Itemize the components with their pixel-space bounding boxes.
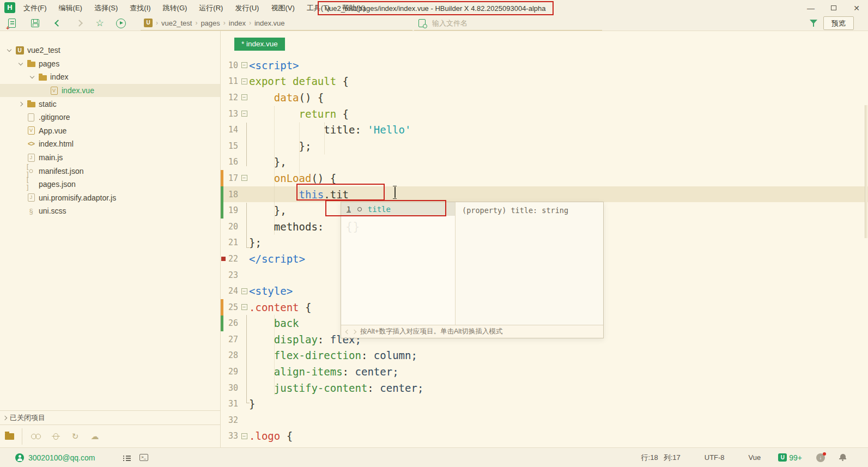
menu-item-7[interactable]: 视图(V) (265, 0, 300, 16)
menu-item-4[interactable]: 跳转(G) (157, 0, 193, 16)
code-editor[interactable]: * index.vue 10–<script>11–export default… (221, 31, 868, 447)
breadcrumb-item-index[interactable]: index (227, 19, 248, 27)
search-input[interactable] (431, 19, 567, 28)
code-text: align-items: center; (249, 366, 399, 378)
language-indicator[interactable]: Vue (749, 453, 761, 462)
line-number: 17 (221, 173, 239, 183)
menu-item-6[interactable]: 发行(U) (229, 0, 265, 16)
code-line-16[interactable]: 16 }, (221, 154, 868, 171)
fold-toggle-icon[interactable]: – (239, 175, 249, 181)
menu-item-0[interactable]: 文件(F) (17, 0, 53, 16)
breadcrumb-item-index.vue[interactable]: index.vue (252, 19, 287, 27)
fold-toggle-icon[interactable]: – (239, 62, 249, 68)
menu-item-1[interactable]: 编辑(E) (53, 0, 88, 16)
forward-button[interactable] (71, 16, 87, 31)
code-line-32[interactable]: 32 (221, 412, 868, 428)
explorer-tab-button[interactable] (3, 430, 15, 443)
save-icon (31, 19, 39, 27)
project-explorer: Uvue2_testpagesindexVindex.vuestatic.git… (0, 31, 221, 447)
forward-icon (76, 20, 83, 27)
code-line-10[interactable]: 10–<script> (221, 57, 868, 74)
tree-item-manifest.json[interactable]: [ ]manifest.json (0, 164, 220, 178)
editor-scrollbar[interactable] (865, 105, 867, 238)
minimize-button[interactable]: — (799, 0, 822, 16)
tree-item-App.vue[interactable]: VApp.vue (0, 124, 220, 138)
tree-item-uni.scss[interactable]: §uni.scss (0, 204, 220, 218)
closed-projects-row[interactable]: 已关闭项目 (0, 410, 220, 424)
code-line-13[interactable]: 13– return { (221, 106, 868, 122)
account-email[interactable]: 30020100@qq.com (28, 453, 95, 462)
fold-toggle-icon[interactable]: – (239, 111, 249, 117)
code-line-15[interactable]: 15 }; (221, 138, 868, 154)
run-button[interactable] (113, 16, 129, 31)
tree-item-main.js[interactable]: Jmain.js (0, 151, 220, 165)
close-button[interactable]: ✕ (845, 0, 868, 16)
terminal-icon[interactable] (139, 454, 148, 461)
tree-item-index[interactable]: index (0, 70, 220, 84)
preview-button[interactable]: 预览 (823, 16, 854, 30)
update-available-icon[interactable]: ↓ (816, 453, 825, 462)
line-number: 18 (221, 190, 239, 199)
fold-toggle-icon[interactable]: – (239, 94, 249, 100)
code-text: <style> (249, 285, 293, 297)
notification-bell-icon[interactable] (839, 454, 846, 461)
tree-item-label: pages (39, 59, 59, 68)
jsonb-icon: [ ] (26, 177, 37, 192)
menu-item-2[interactable]: 选择(S) (88, 0, 124, 16)
task-list-icon[interactable] (123, 454, 131, 461)
new-file-button[interactable] (4, 16, 20, 31)
fold-toggle-icon[interactable]: – (239, 78, 249, 84)
cursor-row-indicator[interactable]: 行:18 (641, 453, 658, 463)
tree-item-label: uni.promisify.adaptor.js (39, 193, 116, 202)
code-line-11[interactable]: 11–export default { (221, 74, 868, 90)
tree-item-label: vue2_test (27, 46, 60, 54)
menu-item-3[interactable]: 查找(I) (124, 0, 156, 16)
restore-button[interactable] (822, 0, 845, 16)
prev-item-icon[interactable] (345, 329, 350, 333)
fold-toggle-icon[interactable]: – (239, 288, 249, 294)
encoding-indicator[interactable]: UTF-8 (705, 453, 725, 462)
code-line-30[interactable]: 30 justify-content: center; (221, 380, 868, 396)
cursor-col-indicator[interactable]: 列:17 (664, 453, 681, 463)
breadcrumb-item-vue2_test[interactable]: vue2_test (159, 19, 194, 27)
tab-index-vue[interactable]: * index.vue (234, 38, 285, 51)
tree-item-uni.promisify.adaptor.js[interactable]: Juni.promisify.adaptor.js (0, 191, 220, 205)
cloud-panel-button[interactable]: ☁ (89, 430, 101, 443)
code-line-28[interactable]: 28 flex-direction: column; (221, 348, 868, 364)
tree-item-label: uni.scss (39, 207, 66, 215)
title-bar: H 文件(F)编辑(E)选择(S)查找(I)跳转(G)运行(R)发行(U)视图(… (0, 0, 868, 16)
code-line-29[interactable]: 29 align-items: center; (221, 363, 868, 380)
jsong-icon: [ ] (26, 163, 37, 179)
menu-item-5[interactable]: 运行(R) (193, 0, 229, 16)
code-text: methods: (249, 221, 330, 233)
code-line-14[interactable]: 14 title: 'Hello' (221, 122, 868, 138)
tree-item-index.html[interactable]: <>index.html (0, 137, 220, 151)
back-button[interactable] (50, 16, 65, 31)
fold-toggle-icon[interactable]: – (239, 304, 249, 310)
sync-panel-button[interactable]: ↻ (69, 430, 81, 443)
tree-item-label: pages.json (39, 180, 76, 189)
breadcrumb-item-pages[interactable]: pages (198, 19, 222, 27)
code-line-12[interactable]: 12– data() { (221, 89, 868, 106)
code-line-33[interactable]: 33–.logo { (221, 428, 868, 445)
tree-item-pages.json[interactable]: [ ]pages.json (0, 178, 220, 191)
tree-item-pages[interactable]: pages (0, 57, 220, 71)
code-text: }; (249, 236, 262, 248)
next-item-icon[interactable] (352, 329, 356, 333)
html-icon: <> (26, 140, 37, 148)
debug-panel-button[interactable] (50, 430, 62, 443)
tree-item-.gitignore[interactable]: .gitignore (0, 111, 220, 124)
tree-item-vue2_test[interactable]: Uvue2_test (0, 44, 220, 57)
autocomplete-popup: 1 title {} (property) title: string 按Alt… (341, 202, 604, 338)
annotation-box-this-tit (296, 184, 385, 201)
filter-icon[interactable] (810, 20, 817, 27)
message-badge[interactable]: U 99+ (778, 453, 802, 462)
tree-item-index.vue[interactable]: Vindex.vue (0, 84, 220, 98)
autocomplete-footer: 按Alt+数字插入对应项目。单击Alt切换插入模式 (341, 325, 603, 338)
search-panel-button[interactable] (30, 430, 42, 443)
fold-toggle-icon[interactable]: – (239, 433, 249, 439)
tree-item-static[interactable]: static (0, 97, 220, 111)
code-line-31[interactable]: 31} (221, 396, 868, 412)
bookmark-button[interactable]: ☆ (92, 16, 107, 31)
save-button[interactable] (27, 16, 43, 31)
